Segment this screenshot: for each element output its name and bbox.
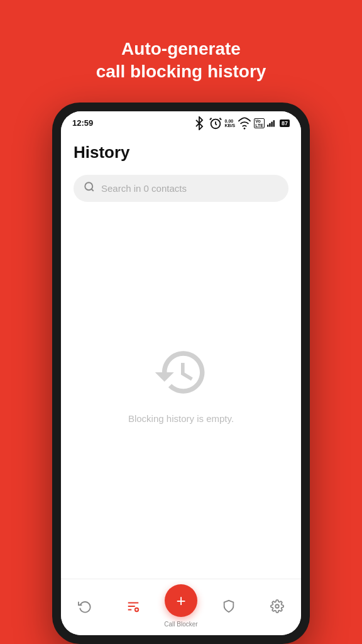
page-title: History: [74, 143, 288, 162]
alarm-icon: [209, 116, 222, 130]
bluetooth-icon: [192, 116, 206, 130]
svg-rect-3: [269, 123, 270, 127]
history-empty-icon: [153, 344, 209, 401]
phone-frame: 12:59 0.00KB/S: [52, 103, 310, 644]
fab-plus-icon: +: [176, 592, 185, 609]
gear-icon: [270, 599, 284, 613]
svg-point-1: [244, 128, 246, 130]
filter-nav-icon: [126, 599, 140, 613]
search-icon: [84, 181, 95, 196]
nav-item-settings[interactable]: [253, 599, 301, 613]
svg-line-7: [91, 189, 93, 191]
nav-item-history[interactable]: [61, 599, 109, 613]
svg-rect-2: [267, 125, 268, 126]
svg-point-6: [85, 182, 92, 190]
nav-item-shield[interactable]: [205, 599, 253, 613]
data-speed-icon: 0.00KB/S: [225, 119, 236, 128]
screen-content: History Search in 0 contacts Blocking hi…: [61, 133, 301, 579]
search-input[interactable]: Search in 0 contacts: [101, 183, 187, 194]
empty-message: Blocking history is empty.: [128, 413, 234, 424]
volte-icon: VoLTE: [254, 118, 265, 128]
shield-nav-icon: [222, 599, 236, 613]
svg-rect-5: [273, 120, 275, 126]
status-time: 12:59: [72, 118, 93, 128]
signal-icon: [267, 119, 277, 127]
wifi-icon: [238, 116, 251, 130]
nav-item-fab[interactable]: + Call Blocker: [157, 584, 205, 628]
bottom-nav: + Call Blocker: [61, 579, 301, 635]
nav-item-filter[interactable]: [109, 599, 156, 613]
svg-rect-4: [271, 121, 272, 126]
promo-header: Auto-generate call blocking history: [96, 38, 266, 84]
phone-screen: 12:59 0.00KB/S: [61, 111, 301, 635]
status-bar: 12:59 0.00KB/S: [61, 111, 301, 133]
promo-title-line2: call blocking history: [96, 62, 266, 81]
fab-label: Call Blocker: [164, 621, 197, 628]
fab-button[interactable]: +: [165, 584, 197, 617]
status-icons: 0.00KB/S VoLTE 87: [192, 116, 290, 130]
history-nav-icon: [78, 599, 92, 613]
promo-title-line1: Auto-generate: [121, 39, 241, 58]
empty-state: Blocking history is empty.: [74, 214, 288, 579]
svg-point-14: [275, 604, 279, 608]
search-bar[interactable]: Search in 0 contacts: [74, 175, 288, 202]
battery-icon: 87: [280, 119, 290, 127]
